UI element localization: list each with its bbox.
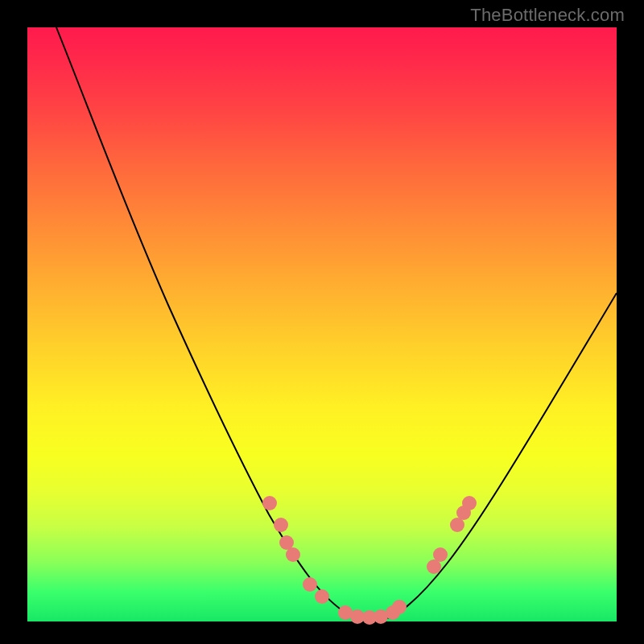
highlight-dots xyxy=(262,496,477,625)
plot-area xyxy=(27,27,617,621)
svg-point-13 xyxy=(433,547,448,562)
svg-point-4 xyxy=(303,577,317,592)
watermark-text: TheBottleneck.com xyxy=(470,5,625,26)
curve-svg xyxy=(27,27,617,621)
chart-frame: TheBottleneck.com xyxy=(0,0,644,644)
svg-point-16 xyxy=(462,496,477,510)
svg-point-5 xyxy=(315,589,329,604)
svg-point-3 xyxy=(286,547,300,562)
bottleneck-curve xyxy=(56,27,617,621)
svg-point-0 xyxy=(262,496,277,510)
svg-point-11 xyxy=(392,600,407,614)
svg-point-1 xyxy=(274,518,288,532)
